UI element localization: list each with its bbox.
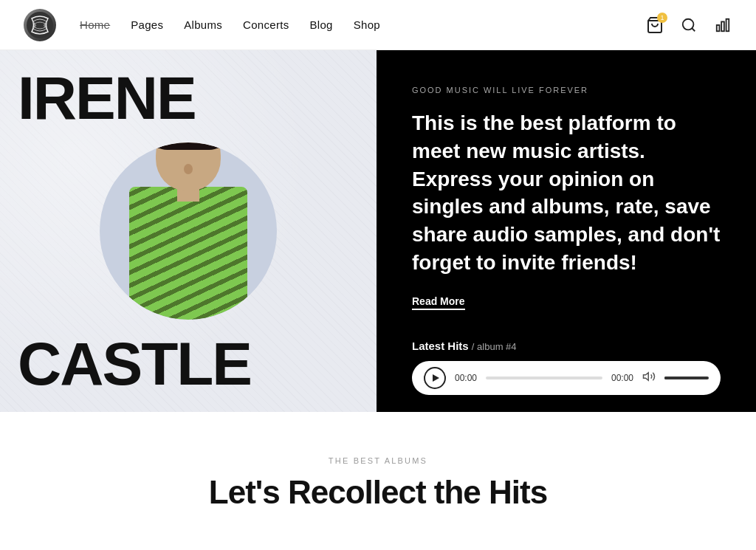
read-more-link[interactable]: Read More: [412, 295, 465, 310]
nav-item-albums[interactable]: Albums: [184, 18, 222, 32]
svg-point-2: [683, 18, 694, 30]
hero-content: GOOD MUSIC WILL LIVE FOREVER This is the…: [412, 86, 721, 310]
volume-icon[interactable]: [642, 370, 656, 386]
site-logo[interactable]: [24, 9, 56, 41]
cart-icon[interactable]: 1: [645, 16, 664, 35]
volume-slider[interactable]: [664, 377, 709, 379]
stats-icon[interactable]: [713, 16, 732, 35]
best-albums-section: THE BEST ALBUMS Let's Recollect the Hits: [0, 412, 756, 529]
progress-track[interactable]: [486, 377, 602, 379]
hero-section: IRENE: [0, 50, 756, 412]
time-total: 00:00: [611, 373, 633, 383]
svg-rect-5: [726, 18, 729, 31]
search-icon[interactable]: [679, 16, 698, 35]
svg-rect-4: [721, 21, 724, 31]
navbar-right: 1: [645, 16, 732, 35]
artist-first-name: IRENE: [0, 50, 377, 128]
player-label: Latest Hits / album #4: [412, 340, 721, 352]
nav-links: Home Pages Albums Concerts Blog Shop: [80, 18, 380, 32]
nav-item-home[interactable]: Home: [80, 18, 110, 32]
nav-item-blog[interactable]: Blog: [310, 18, 333, 32]
navbar: Home Pages Albums Concerts Blog Shop: [0, 0, 756, 50]
cart-badge: 1: [657, 13, 667, 23]
nav-link-albums[interactable]: Albums: [184, 18, 222, 31]
hero-headline: This is the best platform to meet new mu…: [412, 109, 721, 277]
svg-marker-6: [644, 373, 649, 381]
nav-link-shop[interactable]: Shop: [354, 18, 380, 31]
artist-last-name: CASTLE: [0, 334, 377, 412]
hero-left: IRENE: [0, 50, 377, 412]
player-album: / album #4: [472, 341, 517, 352]
nav-item-shop[interactable]: Shop: [354, 18, 380, 32]
play-button[interactable]: [424, 367, 446, 389]
time-current: 00:00: [455, 373, 477, 383]
hero-right: GOOD MUSIC WILL LIVE FOREVER This is the…: [377, 50, 756, 412]
audio-player: 00:00 00:00: [412, 361, 721, 395]
navbar-left: Home Pages Albums Concerts Blog Shop: [24, 9, 380, 41]
hero-tagline: GOOD MUSIC WILL LIVE FOREVER: [412, 86, 721, 94]
nav-item-concerts[interactable]: Concerts: [243, 18, 289, 32]
nav-link-blog[interactable]: Blog: [310, 18, 333, 31]
section-title: Let's Recollect the Hits: [24, 474, 732, 511]
section-eyebrow: THE BEST ALBUMS: [24, 456, 732, 465]
nav-link-pages[interactable]: Pages: [131, 18, 163, 31]
player-section: Latest Hits / album #4 00:00 00:00: [412, 340, 721, 395]
volume-fill: [664, 377, 695, 379]
nav-link-home[interactable]: Home: [80, 18, 110, 31]
artist-portrait: [100, 142, 277, 320]
nav-item-pages[interactable]: Pages: [131, 18, 163, 32]
svg-rect-3: [717, 25, 720, 31]
nav-link-concerts[interactable]: Concerts: [243, 18, 289, 31]
